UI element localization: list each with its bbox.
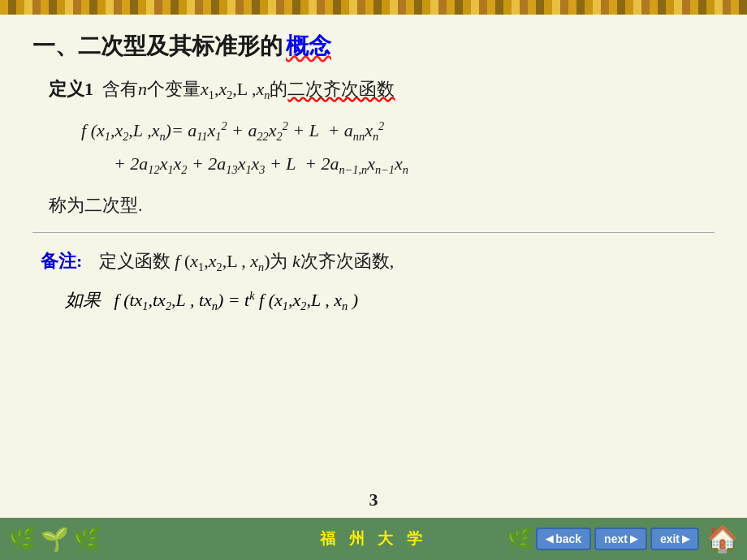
exit-arrow-icon: ▶	[682, 533, 689, 545]
top-border	[0, 0, 747, 15]
nav-area: 🌿 ◀ back next ▶ exit ▶ 🏠	[507, 523, 739, 554]
plant-icon-3: 🌿	[73, 526, 101, 553]
divider	[32, 232, 715, 233]
plant-icon-2: 🌱	[41, 526, 69, 553]
note-line1: 备注: 定义函数 f (x1,x2,L , xn)为 k次齐次函数,	[41, 246, 715, 278]
next-label: next	[604, 532, 628, 545]
next-arrow-icon: ▶	[630, 533, 637, 545]
definition-line: 定义1 含有n个变量x1,x2,L ,xn的二次齐次函数	[32, 75, 715, 105]
note-text: 定义函数 f (x1,x2,L , xn)为 k次齐次函数,	[85, 251, 394, 271]
section-title-text: 一、二次型及其标准形的	[32, 31, 283, 62]
slide-container: 一、二次型及其标准形的概念 定义1 含有n个变量x1,x2,L ,xn的二次齐次…	[0, 0, 747, 560]
page-number: 3	[369, 489, 378, 510]
plant-right-icon: 🌿	[507, 527, 533, 552]
back-button[interactable]: ◀ back	[536, 528, 591, 550]
note-section: 备注: 定义函数 f (x1,x2,L , xn)为 k次齐次函数, 如果 f …	[32, 246, 715, 317]
house-icon: 🏠	[706, 523, 739, 554]
exit-label: exit	[660, 532, 680, 545]
formula-line2: + 2a12x1x2 + 2a13x1x3 + L + 2an−1,nxn−1x…	[81, 148, 715, 181]
university-name: 福 州 大 学	[320, 528, 427, 549]
quadratic-homogeneous: 二次齐次函数	[287, 79, 395, 99]
note-label: 备注:	[41, 251, 82, 271]
back-label: back	[555, 532, 581, 545]
bottom-left-deco: 🌿 🌱 🌿	[8, 526, 101, 553]
section-title: 一、二次型及其标准形的概念	[32, 31, 715, 62]
next-button[interactable]: next ▶	[594, 528, 647, 550]
def-label: 定义1	[49, 79, 93, 99]
plant-icon-1: 🌿	[8, 526, 37, 553]
section-title-highlight: 概念	[286, 31, 331, 62]
conclusion-text: 称为二次型.	[32, 193, 715, 218]
formula-area: f (x1,x2,L ,xn)= a11x12 + a22x22 + L + a…	[32, 114, 715, 181]
back-arrow-icon: ◀	[546, 533, 553, 545]
formula-line1: f (x1,x2,L ,xn)= a11x12 + a22x22 + L + a…	[81, 114, 715, 148]
note-line2: 如果 f (tx1,tx2,L , txn) = tk f (x1,x2,L ,…	[41, 285, 715, 317]
main-content: 一、二次型及其标准形的概念 定义1 含有n个变量x1,x2,L ,xn的二次齐次…	[0, 15, 747, 518]
bottom-bar: 🌿 🌱 🌿 福 州 大 学 3 🌿 ◀ back next ▶ exit ▶	[0, 518, 747, 560]
exit-button[interactable]: exit ▶	[650, 528, 699, 550]
